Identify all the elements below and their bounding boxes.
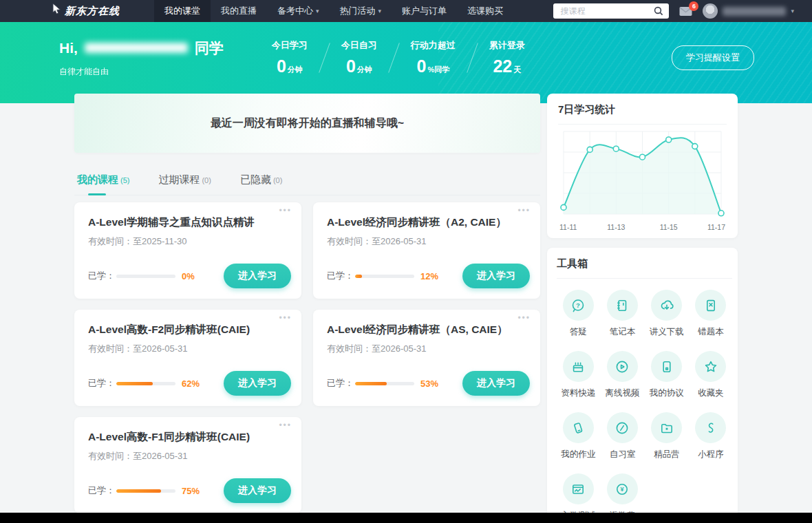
tab-过期课程[interactable]: 过期课程(0) [157,167,212,195]
tab-我的课程[interactable]: 我的课程(5) [76,167,131,195]
download-icon [651,290,682,321]
stat-value: 0%同学 [411,56,456,76]
weekly-stats-panel: 7日学习统计 11-1111-1311-1511-17 [547,94,738,238]
stat-value: 0分钟 [341,56,377,76]
tool-label: 错题本 [690,326,732,338]
brand-logo[interactable]: 新东方在线 [65,5,120,18]
tool-item[interactable]: 自习室 [601,412,643,460]
stat-number: 22 [493,56,512,76]
tab-label: 已隐藏 [240,173,271,185]
card-more-menu-icon[interactable]: ••• [517,206,531,215]
tab-label: 过期课程 [158,173,200,185]
tool-item[interactable]: 资料快递 [557,351,599,399]
wrong-book-icon [695,290,726,321]
main-content: 最近一周没有即将开始的直播和辅导哦~ 我的课程(5)过期课程(0)已隐藏(0) … [74,94,738,523]
tool-item[interactable]: 小程序 [690,412,732,460]
progress-fill [355,382,387,385]
course-card-grid: •••A-Level学期辅导之重点知识点精讲有效时间：至2025-11-30已学… [74,202,540,513]
tool-item[interactable]: 收藏夹 [690,351,732,399]
nav-menu-item[interactable]: 热门活动▾ [330,0,392,22]
stat-unit: 分钟 [357,65,372,74]
progress-label: 已学： [327,270,354,282]
stat-label: 累计登录 [489,39,525,52]
progress-percent: 62% [182,378,201,389]
left-column: 最近一周没有即将开始的直播和辅导哦~ 我的课程(5)过期课程(0)已隐藏(0) … [74,94,540,523]
tool-item[interactable]: 离线视频 [601,351,643,399]
validity-label: 有效时间： [88,236,133,246]
greeting-block: Hi, 同学 自律才能自由 [59,39,224,78]
search-input[interactable] [559,6,654,17]
search-box[interactable] [553,3,669,19]
stat-unit: %同学 [427,65,449,74]
validity-value: 至2026-05-31 [133,451,188,461]
card-more-menu-icon[interactable]: ••• [279,420,292,430]
tool-item[interactable]: 我的协议 [645,351,688,399]
course-card-footer: 已学：12%进入学习 [327,264,530,288]
tool-item[interactable]: 笔记本 [601,290,643,338]
chevron-down-icon: ▾ [316,8,319,14]
nav-menu-item[interactable]: 账户与订单 [392,0,457,22]
header-stat: 行动力超过0%同学 [394,39,472,76]
account-menu[interactable]: ▾ [703,3,794,19]
tab-active-underline [88,193,106,195]
nav-menu-item[interactable]: 我的直播 [211,0,267,22]
header-stat: 累计登录22天 [473,39,542,76]
motto-text: 自律才能自由 [59,66,224,78]
progress-label: 已学： [327,377,354,389]
progress-bar [355,382,414,385]
nav-menu-item[interactable]: 选课购买 [457,0,513,22]
tab-已隐藏[interactable]: 已隐藏(0) [239,167,284,195]
messages-button[interactable]: 6 [679,6,692,17]
nav-menu-item[interactable]: 备考中心▾ [267,0,330,22]
course-tabs: 我的课程(5)过期课程(0)已隐藏(0) [74,167,540,195]
enter-study-button[interactable]: 进入学习 [224,264,291,288]
tab-label: 我的课程 [77,173,118,185]
progress-bar [116,275,175,278]
course-card-footer: 已学：0%进入学习 [88,264,291,288]
hero-banner: Hi, 同学 自律才能自由 今日学习0分钟今日自习0分钟行动力超过0%同学累计登… [0,22,812,103]
header-stat: 今日学习0分钟 [255,39,324,76]
stat-number: 0 [346,56,356,76]
card-more-menu-icon[interactable]: ••• [517,313,531,323]
enter-study-button[interactable]: 进入学习 [224,478,291,503]
tool-label: 离线视频 [601,387,643,399]
nav-menu-item-label: 账户与订单 [402,5,447,17]
x-axis-tick-label: 11-15 [660,223,678,231]
course-validity: 有效时间：至2026-05-31 [88,343,288,355]
right-sidebar: 7日学习统计 11-1111-1311-1511-17 工具箱 ?答疑笔记本讲义… [547,94,738,523]
validity-value: 至2026-05-31 [372,236,427,246]
course-title: A-Level经济同步精讲班（AS, CAIE） [327,323,526,337]
screen-letterbox-bottom [0,513,812,523]
course-card: •••A-Level高数-F2同步精讲班(CAIE)有效时间：至2026-05-… [74,310,301,406]
mouse-cursor-icon [52,3,61,18]
enter-study-button[interactable]: 进入学习 [224,371,291,396]
stat-number: 0 [277,56,286,76]
stat-label: 今日自习 [341,39,377,52]
study-reminder-settings-button[interactable]: 学习提醒设置 [672,45,754,70]
progress-label: 已学： [88,377,115,389]
tool-item[interactable]: 讲义下载 [645,290,688,338]
course-validity: 有效时间：至2025-11-30 [88,235,288,248]
card-more-menu-icon[interactable]: ••• [279,206,292,215]
nav-menu-item-label: 我的直播 [221,5,257,17]
tool-item[interactable]: 我的作业 [557,412,599,460]
mini-program-icon [695,412,726,443]
tool-item[interactable]: 精品营 [645,412,688,460]
tool-item[interactable]: 错题本 [690,290,732,338]
card-more-menu-icon[interactable]: ••• [279,313,292,323]
enter-study-button[interactable]: 进入学习 [462,264,530,288]
entry-test-icon [563,473,594,504]
search-icon[interactable] [654,6,663,16]
progress-label: 已学： [88,484,115,497]
tool-label: 讲义下载 [645,326,688,338]
svg-text:¥: ¥ [621,486,624,493]
validity-value: 至2026-05-31 [372,343,427,354]
svg-text:?: ? [576,301,580,308]
tool-item[interactable]: ?答疑 [557,290,599,338]
progress-percent: 0% [182,271,201,281]
enter-study-button[interactable]: 进入学习 [462,371,530,396]
progress-fill [116,382,153,385]
nav-menu-item[interactable]: 我的课堂 [154,0,211,22]
toolbox-grid: ?答疑笔记本讲义下载错题本资料快递离线视频我的协议收藏夹我的作业自习室精品营小程… [557,290,732,522]
progress-bar [116,489,175,493]
